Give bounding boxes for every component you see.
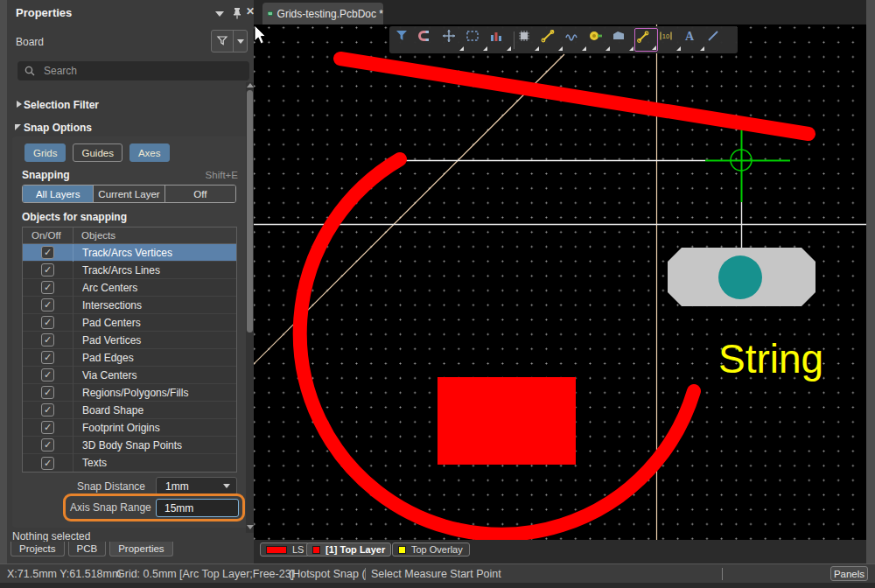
scroll-up-icon[interactable]: [247, 83, 254, 88]
polygon-icon[interactable]: [611, 28, 634, 52]
snap-toggle-axes[interactable]: Axes: [130, 144, 170, 162]
panel-tab-pcb[interactable]: PCB: [68, 542, 107, 556]
table-row[interactable]: Via Centers: [23, 367, 236, 384]
row-checkbox[interactable]: [41, 298, 54, 312]
snapping-mode-all-layers[interactable]: All Layers: [23, 186, 94, 202]
text-icon[interactable]: A: [682, 28, 705, 52]
row-checkbox[interactable]: [41, 246, 54, 259]
panel-menu-caret-icon[interactable]: [215, 11, 224, 17]
table-row[interactable]: Track/Arcs Lines: [23, 262, 236, 279]
snap-toggle-guides[interactable]: Guides: [73, 144, 122, 162]
pad-icon[interactable]: [587, 28, 611, 52]
layer-color-swatch: [398, 546, 406, 554]
pin-icon[interactable]: [232, 7, 242, 19]
row-checkbox[interactable]: [41, 351, 54, 364]
fill-region[interactable]: [438, 377, 576, 465]
scroll-down-icon[interactable]: [247, 525, 254, 529]
row-label: Intersections: [74, 299, 142, 312]
row-label: Track/Arcs Vertices: [74, 247, 172, 259]
row-checkbox[interactable]: [41, 281, 54, 294]
row-checkbox[interactable]: [41, 316, 54, 329]
selection-filter-button[interactable]: [211, 30, 248, 52]
row-checkbox[interactable]: [41, 457, 54, 470]
checkbox-cell: [23, 297, 74, 314]
table-row[interactable]: Track/Arcs Vertices: [23, 244, 236, 262]
layer-tab-top-overlay[interactable]: Top Overlay: [392, 542, 470, 556]
track-line-icon[interactable]: [634, 28, 658, 52]
row-checkbox[interactable]: [41, 386, 54, 399]
row-checkbox[interactable]: [41, 421, 54, 434]
layer-tab-ls[interactable]: LS: [260, 542, 310, 556]
checkbox-cell: [23, 332, 74, 349]
select-area-icon[interactable]: [465, 28, 488, 52]
snap-distance-label: Snap Distance: [42, 480, 145, 493]
snap-distance-dropdown[interactable]: 1mm: [156, 477, 237, 495]
window-bottom-edge: [0, 583, 875, 588]
pcb-document-icon: [268, 8, 273, 19]
search-box[interactable]: [18, 61, 249, 80]
checkbox-cell: [23, 262, 74, 279]
row-checkbox[interactable]: [41, 368, 54, 382]
snapping-mode-current-layer[interactable]: Current Layer: [94, 186, 164, 202]
layer-tabs-bar: LS[1] Top LayerTop Overlay: [254, 540, 866, 564]
dimension-icon[interactable]: 10: [658, 28, 682, 52]
filter-dropdown-caret-icon[interactable]: [234, 31, 247, 52]
component-chip-icon[interactable]: [516, 28, 540, 52]
hotspot-snap-info: (Hotspot Snap (: [289, 568, 366, 580]
checkbox-cell: [23, 454, 74, 472]
section-snap-options[interactable]: Snap Options: [7, 122, 254, 136]
differential-pair-icon[interactable]: [564, 28, 587, 52]
checkbox-cell: [23, 437, 74, 454]
track-segment[interactable]: [340, 59, 808, 134]
search-icon: [24, 66, 35, 76]
string-text[interactable]: String: [718, 336, 823, 382]
snap-toggle-grids[interactable]: Grids: [24, 144, 66, 162]
pcb-canvas[interactable]: String 10A: [254, 24, 866, 540]
panels-button[interactable]: Panels: [830, 566, 868, 581]
document-tab[interactable]: Grids-testing.PcbDoc *: [262, 3, 383, 24]
row-checkbox[interactable]: [41, 438, 54, 452]
panel-scrollbar-thumb[interactable]: [247, 90, 253, 332]
row-checkbox[interactable]: [41, 333, 54, 346]
panel-tab-projects[interactable]: Projects: [10, 542, 65, 556]
column-onoff: On/Off: [23, 228, 74, 244]
row-label: Texts: [74, 457, 107, 469]
arc-track[interactable]: [300, 159, 694, 535]
axis-snap-range-input[interactable]: [156, 499, 239, 517]
row-label: Regions/Polygons/Fills: [74, 387, 188, 399]
table-row[interactable]: 3D Body Snap Points: [23, 437, 236, 454]
layer-tab-label: [1] Top Layer: [326, 544, 385, 555]
row-label: Arc Centers: [74, 282, 137, 294]
table-row[interactable]: Pad Edges: [23, 349, 236, 367]
row-label: Pad Edges: [74, 352, 134, 364]
route-icon[interactable]: [540, 28, 564, 52]
move-crosshair-icon[interactable]: [441, 28, 465, 52]
table-row[interactable]: Board Shape: [23, 402, 236, 419]
checkbox-cell: [23, 279, 74, 297]
filter-icon[interactable]: [394, 28, 417, 52]
section-selection-filter[interactable]: Selection Filter: [7, 99, 254, 113]
cursor-position: X:71.5mm Y:61.518mm: [7, 568, 121, 580]
table-row[interactable]: Regions/Polygons/Fills: [23, 384, 236, 402]
table-row[interactable]: Intersections: [23, 297, 236, 314]
layer-tab--1-top-layer[interactable]: [1] Top Layer: [306, 542, 391, 556]
row-checkbox[interactable]: [41, 403, 54, 416]
row-label: Pad Centers: [74, 317, 141, 329]
active-bar-toolbar: 10A: [389, 26, 738, 53]
table-row[interactable]: Footprint Origins: [23, 419, 236, 437]
funnel-icon[interactable]: [212, 31, 234, 52]
objects-table: On/Off Objects Track/Arcs VerticesTrack/…: [22, 227, 237, 472]
pcb-editor-area: Grids-testing.PcbDoc *: [254, 0, 866, 564]
magnet-snap-icon[interactable]: [417, 28, 441, 52]
table-row[interactable]: Arc Centers: [23, 279, 236, 297]
table-row[interactable]: Pad Vertices: [23, 332, 236, 349]
layer-tab-label: LS: [292, 544, 304, 555]
snapping-mode-off[interactable]: Off: [165, 186, 235, 202]
placement-chart-icon[interactable]: [488, 28, 512, 52]
row-checkbox[interactable]: [41, 263, 54, 276]
table-row[interactable]: Pad Centers: [23, 314, 236, 332]
line-icon[interactable]: [705, 28, 729, 52]
search-input[interactable]: [42, 64, 217, 78]
table-row[interactable]: Texts: [23, 454, 236, 472]
panel-tab-properties[interactable]: Properties: [109, 542, 172, 556]
